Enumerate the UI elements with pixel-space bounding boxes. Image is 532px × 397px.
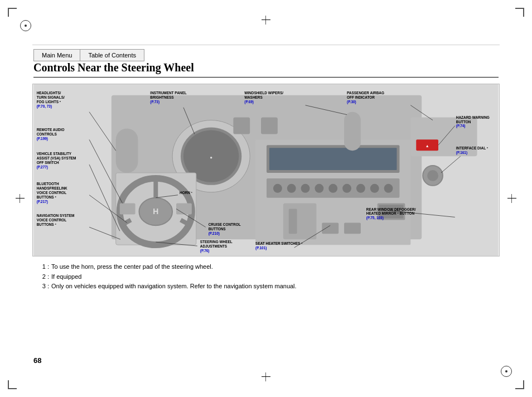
svg-text:BUTTON: BUTTON [456, 120, 471, 124]
svg-text:OFF SWITCH: OFF SWITCH [37, 161, 59, 164]
footnote-3-num: 3 : [33, 282, 49, 292]
crosshair-right [507, 194, 516, 203]
svg-text:REMOTE AUDIO: REMOTE AUDIO [37, 128, 65, 132]
svg-text:SEAT HEATER SWITCHES ²: SEAT HEATER SWITCHES ² [255, 241, 303, 245]
svg-rect-33 [344, 112, 361, 151]
diagram-area: ● H [32, 84, 500, 256]
main-menu-button[interactable]: Main Menu [33, 49, 80, 61]
svg-rect-14 [176, 204, 192, 215]
svg-text:VEHICLE STABILITY: VEHICLE STABILITY [37, 152, 72, 156]
svg-point-25 [356, 184, 365, 193]
print-mark-bl [8, 380, 17, 389]
page-number: 68 [33, 356, 41, 365]
svg-rect-13 [120, 204, 136, 215]
svg-text:(P.161): (P.161) [456, 151, 467, 155]
footnote-1-num: 1 : [33, 262, 49, 272]
print-mark-tr [515, 8, 524, 17]
nav-bar: Main Menu Table of Contents [33, 49, 144, 61]
svg-text:VOICE CONTROL: VOICE CONTROL [37, 191, 67, 195]
registration-mark-tl [20, 20, 31, 31]
footnotes-section: 1 : To use the horn, press the center pa… [33, 262, 499, 292]
svg-text:CONTROLS: CONTROLS [37, 132, 57, 136]
crosshair-bottom [262, 372, 270, 381]
svg-point-24 [342, 184, 351, 193]
svg-text:HEATED MIRROR ² BUTTON: HEATED MIRROR ² BUTTON [366, 211, 415, 215]
footnote-2-num: 2 : [33, 272, 49, 282]
svg-text:●: ● [210, 155, 212, 160]
svg-point-26 [370, 184, 379, 193]
footnote-3: 3 : Only on vehicles equipped with navig… [33, 282, 499, 292]
svg-rect-29 [289, 209, 297, 234]
svg-text:(P.217): (P.217) [37, 200, 48, 204]
svg-text:▲: ▲ [425, 144, 429, 148]
svg-text:INTERFACE DIAL ³: INTERFACE DIAL ³ [456, 146, 488, 150]
svg-text:VOICE CONTROL: VOICE CONTROL [37, 218, 67, 222]
svg-text:STEERING WHEEL: STEERING WHEEL [200, 240, 233, 244]
footnote-2: 2 : If equipped [33, 272, 499, 282]
svg-text:HORN ¹: HORN ¹ [180, 191, 192, 195]
title-underline [33, 77, 499, 78]
footnote-2-text: If equipped [51, 272, 81, 282]
svg-text:HANDSFREELINK: HANDSFREELINK [37, 186, 67, 190]
svg-point-23 [328, 184, 337, 193]
svg-text:FOG LIGHTS ²: FOG LIGHTS ² [37, 100, 61, 104]
diagram-svg: ● H [33, 84, 499, 256]
print-mark-tl [8, 8, 17, 17]
svg-text:(P.69): (P.69) [244, 100, 254, 104]
svg-text:BLUETOOTH: BLUETOOTH [37, 182, 59, 186]
svg-text:(P.76): (P.76) [200, 249, 210, 253]
svg-text:ASSIST (VSA) SYSTEM: ASSIST (VSA) SYSTEM [37, 156, 76, 161]
crosshair-top [262, 16, 270, 25]
svg-rect-42 [344, 222, 361, 234]
svg-text:(P.75, 103): (P.75, 103) [366, 216, 384, 220]
svg-text:NAVIGATION SYSTEM: NAVIGATION SYSTEM [37, 214, 75, 217]
svg-text:(P.73): (P.73) [150, 100, 159, 104]
svg-text:(P.101): (P.101) [255, 246, 267, 250]
svg-rect-41 [322, 222, 338, 234]
svg-text:TURN SIGNALS/: TURN SIGNALS/ [37, 95, 65, 99]
svg-text:WASHERS: WASHERS [244, 95, 263, 99]
footnote-1-text: To use the horn, press the center pad of… [51, 262, 213, 272]
page-title: Controls Near the Steering Wheel [33, 61, 194, 74]
svg-text:WINDSHIELD WIPERS/: WINDSHIELD WIPERS/ [244, 91, 283, 95]
svg-text:BUTTONS: BUTTONS [209, 227, 226, 231]
crosshair-left [16, 194, 25, 203]
svg-rect-34 [233, 118, 250, 134]
svg-point-21 [301, 184, 310, 193]
svg-text:INSTRUMENT PANEL: INSTRUMENT PANEL [150, 91, 186, 95]
svg-text:(P.70, 73): (P.70, 73) [37, 104, 52, 109]
svg-point-40 [427, 170, 438, 181]
svg-text:H: H [153, 207, 158, 216]
svg-text:OFF INDICATOR: OFF INDICATOR [347, 95, 375, 99]
svg-rect-28 [283, 204, 317, 240]
svg-point-22 [315, 184, 323, 193]
top-border-line [32, 45, 500, 45]
svg-point-19 [273, 184, 282, 193]
footnote-1: 1 : To use the horn, press the center pa… [33, 262, 499, 272]
svg-text:(P.74): (P.74) [456, 124, 466, 128]
svg-text:BUTTONS ²: BUTTONS ² [37, 195, 57, 199]
svg-text:CRUISE CONTROL: CRUISE CONTROL [209, 222, 241, 226]
svg-text:BRIGHTNESS: BRIGHTNESS [150, 95, 174, 99]
svg-text:REAR WINDOW DEFOGGER/: REAR WINDOW DEFOGGER/ [366, 207, 416, 211]
svg-text:HEADLIGHTS/: HEADLIGHTS/ [37, 91, 61, 95]
svg-rect-32 [116, 128, 138, 172]
registration-mark-br [501, 366, 512, 377]
svg-text:(P.277): (P.277) [37, 165, 48, 170]
svg-point-20 [287, 184, 296, 193]
svg-text:HAZARD WARNING: HAZARD WARNING [456, 115, 490, 119]
svg-text:ADJUSTMENTS: ADJUSTMENTS [200, 244, 228, 248]
svg-point-27 [384, 184, 393, 193]
footnote-3-text: Only on vehicles equipped with navigatio… [51, 282, 297, 292]
svg-rect-17 [269, 148, 397, 170]
svg-rect-35 [261, 118, 278, 134]
svg-text:(P.210): (P.210) [209, 231, 220, 236]
svg-text:BUTTONS ³: BUTTONS ³ [37, 222, 56, 226]
table-of-contents-button[interactable]: Table of Contents [80, 49, 144, 61]
svg-text:PASSENGER AIRBAG: PASSENGER AIRBAG [347, 91, 384, 95]
svg-text:(P.199): (P.199) [37, 137, 48, 141]
svg-text:(P.30): (P.30) [347, 100, 356, 104]
print-mark-br [515, 380, 524, 389]
